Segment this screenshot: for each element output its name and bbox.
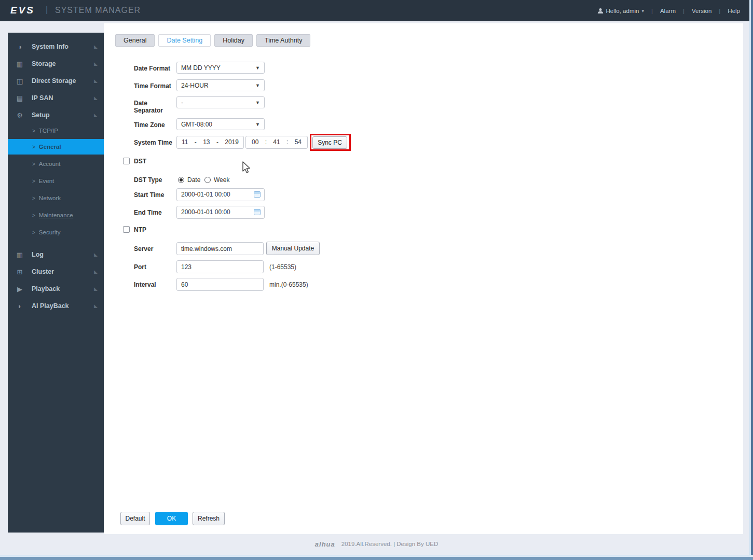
version-link[interactable]: Version xyxy=(692,8,711,14)
time-zone-label: Time Zone xyxy=(134,121,165,129)
sub-item-label: Network xyxy=(39,195,61,201)
sidebar-item-label: Storage xyxy=(32,60,56,67)
default-button[interactable]: Default xyxy=(120,512,150,525)
user-label: Hello, admin xyxy=(606,8,639,14)
date-separator-label: Date Separator xyxy=(134,100,169,114)
settings-tabs: General Date Setting Holiday Time Authri… xyxy=(115,34,310,47)
ok-button[interactable]: OK xyxy=(155,512,188,525)
sidebar-nav: ◑ System Info ◣ ▦ Storage ◣ ◫ Direct Sto… xyxy=(8,33,104,533)
sidebar-item-label: Direct Storage xyxy=(32,77,76,85)
help-link[interactable]: Help xyxy=(728,8,740,14)
date-format-value: MM DD YYYY xyxy=(181,64,221,72)
tab-holiday[interactable]: Holiday xyxy=(214,34,253,47)
sidebar-item-log[interactable]: ▥ Log ◣ xyxy=(8,247,104,262)
end-time-input[interactable]: 2000-01-01 00:00 xyxy=(176,206,265,219)
ai-playback-icon: ◗ xyxy=(16,302,24,310)
time-zone-select[interactable]: GMT-08:00 ▼ xyxy=(176,118,265,130)
gear-icon: ⚙ xyxy=(16,111,24,119)
dst-type-week-radio[interactable] xyxy=(204,177,211,183)
page-footer: alhua 2019.All.Reserved. | Design By UED xyxy=(0,537,753,551)
system-info-icon: ◑ xyxy=(16,43,24,51)
alarm-link[interactable]: Alarm xyxy=(660,8,676,14)
start-time-value: 2000-01-01 00:00 xyxy=(181,191,230,198)
sub-item-label: General xyxy=(39,144,61,150)
dst-label: DST xyxy=(134,158,146,165)
log-icon: ▥ xyxy=(16,251,24,259)
chevron-down-icon: ▼ xyxy=(255,122,260,127)
sidebar-item-label: Setup xyxy=(32,111,50,119)
sidebar-item-general[interactable]: > General xyxy=(8,139,104,155)
tab-time-authrity[interactable]: Time Authrity xyxy=(256,34,310,47)
sidebar-item-system-info[interactable]: ◑ System Info ◣ xyxy=(8,39,104,54)
cluster-icon: ⊞ xyxy=(16,268,24,276)
collapse-arrow-icon: ◣ xyxy=(94,44,98,49)
sidebar-item-label: Playback xyxy=(32,285,60,292)
chevron-right-icon: > xyxy=(32,161,35,167)
sidebar-item-direct-storage[interactable]: ◫ Direct Storage ◣ xyxy=(8,73,104,89)
sidebar-item-ip-san[interactable]: ▤ IP SAN ◣ xyxy=(8,90,104,106)
interval-range-hint: min.(0-65535) xyxy=(269,281,308,288)
brand-separator: | xyxy=(46,5,48,15)
sidebar-item-account[interactable]: > Account xyxy=(8,157,104,171)
date-separator-select[interactable]: - ▼ xyxy=(176,96,265,108)
header-divider: | xyxy=(651,8,653,14)
date-format-select[interactable]: MM DD YYYY ▼ xyxy=(176,62,265,74)
page-title: SYSTEM MANAGER xyxy=(55,6,141,15)
manual-update-button[interactable]: Manual Update xyxy=(266,242,320,255)
interval-input[interactable] xyxy=(176,278,264,291)
start-time-input[interactable]: 2000-01-01 00:00 xyxy=(176,188,265,201)
dahua-logo: alhua xyxy=(315,540,335,548)
sidebar-item-setup[interactable]: ⚙ Setup ◣ xyxy=(8,107,104,123)
calendar-icon[interactable] xyxy=(254,209,261,215)
chevron-down-icon: ▼ xyxy=(255,100,260,105)
interval-label: Interval xyxy=(134,281,156,288)
start-time-label: Start Time xyxy=(134,191,164,199)
highlight-red-box xyxy=(310,134,351,151)
collapse-arrow-icon: ◣ xyxy=(94,286,98,291)
system-time-label: System Time xyxy=(134,139,172,146)
end-time-value: 2000-01-01 00:00 xyxy=(181,208,230,216)
time-format-select[interactable]: 24-HOUR ▼ xyxy=(176,79,265,91)
ntp-label: NTP xyxy=(134,226,146,233)
time-zone-value: GMT-08:00 xyxy=(181,121,212,128)
server-input[interactable] xyxy=(176,242,264,255)
dst-checkbox[interactable] xyxy=(123,158,130,164)
chevron-down-icon: ▼ xyxy=(255,65,260,71)
refresh-button[interactable]: Refresh xyxy=(193,512,225,525)
dst-type-date-radio[interactable] xyxy=(178,177,184,183)
sidebar-item-tcpip[interactable]: > TCP/IP xyxy=(8,124,104,137)
port-input[interactable] xyxy=(176,260,264,273)
sidebar-item-playback[interactable]: ▶ Playback ◣ xyxy=(8,281,104,297)
sub-item-label: Event xyxy=(39,178,54,184)
collapse-arrow-icon: ◣ xyxy=(94,61,98,66)
sidebar-item-storage[interactable]: ▦ Storage ◣ xyxy=(8,56,104,72)
collapse-arrow-icon: ◣ xyxy=(94,95,98,101)
time-format-value: 24-HOUR xyxy=(181,82,209,89)
tab-general[interactable]: General xyxy=(115,34,155,47)
sub-item-label: TCP/IP xyxy=(39,128,58,134)
system-clock-input[interactable]: 00 : 41 : 54 xyxy=(245,136,308,149)
chevron-right-icon: > xyxy=(32,144,35,150)
system-date-input[interactable]: 11 - 13 - 2019 xyxy=(176,136,244,149)
top-header-bar: EVS | SYSTEM MANAGER Hello, admin ▾ | Al… xyxy=(0,0,749,21)
calendar-icon[interactable] xyxy=(254,191,261,198)
chevron-right-icon: > xyxy=(32,213,35,218)
tab-date-setting[interactable]: Date Setting xyxy=(158,34,211,47)
collapse-arrow-icon: ◣ xyxy=(94,78,98,83)
sidebar-item-label: IP SAN xyxy=(32,94,53,102)
date-separator-value: - xyxy=(181,99,183,106)
ntp-checkbox[interactable] xyxy=(123,226,130,233)
sidebar-item-maintenance[interactable]: > Maintenance xyxy=(8,208,104,222)
sidebar-item-ai-playback[interactable]: ◗ AI PlayBack ◣ xyxy=(8,298,104,314)
sidebar-item-event[interactable]: > Event xyxy=(8,174,104,188)
header-links: Hello, admin ▾ | Alarm | Version | Help xyxy=(597,0,741,21)
port-range-hint: (1-65535) xyxy=(269,263,296,271)
user-menu[interactable]: Hello, admin ▾ xyxy=(597,8,644,14)
time-format-label: Time Format xyxy=(134,82,171,90)
copyright-text: 2019.All.Reserved. | Design By UED xyxy=(341,541,438,547)
sidebar-item-network[interactable]: > Network xyxy=(8,191,104,205)
collapse-arrow-icon: ◣ xyxy=(94,269,98,274)
server-label: Server xyxy=(134,245,153,253)
sidebar-item-security[interactable]: > Security xyxy=(8,226,104,239)
sidebar-item-cluster[interactable]: ⊞ Cluster ◣ xyxy=(8,264,104,279)
